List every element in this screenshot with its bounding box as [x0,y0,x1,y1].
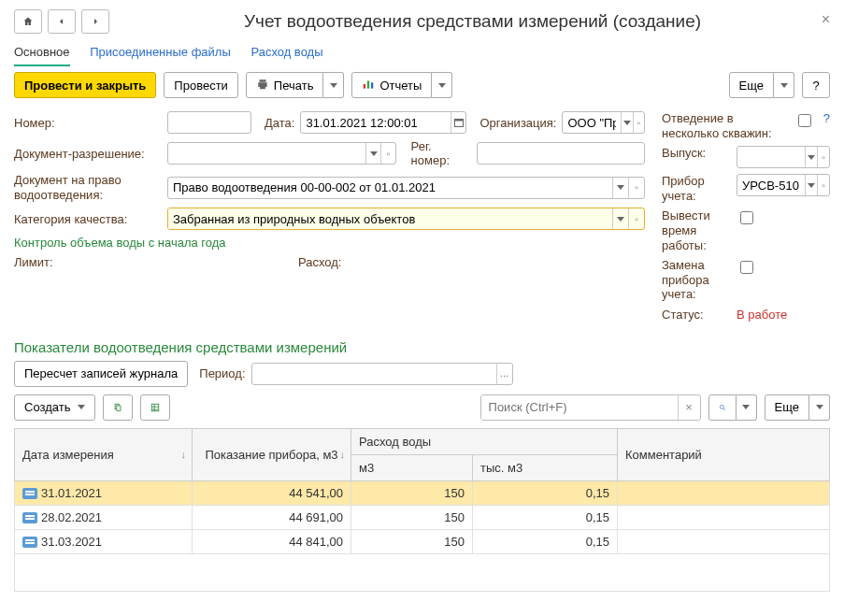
period-input[interactable] [252,364,496,384]
quality-open-button[interactable]: ▫ [628,208,644,229]
right-doc-dropdown-button[interactable] [612,178,628,198]
chevron-down-icon [808,155,815,160]
search-combo: × [480,394,701,421]
print-dropdown-button[interactable] [323,72,344,98]
reg-input[interactable] [477,142,645,165]
number-label: Номер: [14,116,162,130]
outlet-open-button[interactable]: ▫ [817,147,829,167]
right-doc-open-button[interactable]: ▫ [628,178,644,198]
outlet-dropdown-button[interactable] [805,147,817,167]
search-input[interactable] [481,395,678,420]
table-row[interactable]: 31.01.2021 44 541,00 150 0,15 [15,480,830,505]
cell-reading: 44 691,00 [193,505,351,529]
chevron-down-icon [330,83,337,88]
permit-open-button[interactable]: ▫ [380,143,395,164]
recount-button[interactable]: Пересчет записей журнала [14,361,188,387]
more-button[interactable]: Еще [729,72,774,98]
nav-forward-button[interactable] [81,9,109,34]
col-comment[interactable]: Комментарий [618,428,830,480]
multi-wells-help[interactable]: ? [823,111,830,125]
reports-button-group: Отчеты [351,72,452,98]
copy-button[interactable] [103,394,133,421]
col-date[interactable]: Дата измерения↓ [15,428,193,480]
outlet-label: Выпуск: [662,146,733,161]
print-button[interactable]: Печать [246,72,324,98]
grid-icon-button[interactable] [140,394,170,421]
cell-comment [618,505,830,529]
tab-water-consumption[interactable]: Расход воды [250,45,322,59]
device-input[interactable] [737,175,805,195]
org-input[interactable] [563,112,621,133]
copy-icon [113,401,122,414]
print-label: Печать [274,79,314,93]
org-open-button[interactable]: ▫ [633,112,644,133]
cell-m3: 150 [351,529,473,553]
cell-date: 31.03.2021 [41,535,102,549]
consumption-label: Расход: [298,255,341,269]
chevron-down-icon [617,185,624,190]
outlet-input[interactable] [737,147,805,167]
help-button[interactable]: ? [802,72,830,98]
row-icon [22,537,37,548]
tab-main[interactable]: Основное [14,45,70,66]
nav-back-button[interactable] [48,9,76,34]
period-picker-button[interactable]: … [496,364,512,384]
section-title: Показатели водоотведения средствами изме… [14,339,830,355]
table-row[interactable]: 31.03.2021 44 841,00 150 0,15 [15,529,830,553]
chart-icon [362,78,375,93]
home-icon [22,16,34,27]
date-input[interactable] [301,112,451,133]
svg-rect-6 [117,405,121,409]
svg-line-12 [723,408,725,410]
permit-combo: ▫ [167,142,396,165]
status-label: Статус: [662,308,733,322]
device-open-button[interactable]: ▫ [817,175,829,195]
search-clear-button[interactable]: × [678,395,700,420]
cell-m3: 150 [351,505,473,529]
right-doc-input[interactable] [168,178,612,198]
multi-wells-label: Отведение в несколько скважин: [662,111,791,140]
col-flow[interactable]: Расход воды [351,428,618,454]
col-m3[interactable]: м3 [351,454,473,480]
cell-m3: 150 [351,480,473,505]
col-thous[interactable]: тыс. м3 [473,454,618,480]
home-button[interactable] [14,9,42,34]
replace-label: Замена прибора учета: [662,258,733,302]
search-button[interactable] [708,394,737,421]
device-label: Прибор учета: [662,174,733,203]
device-dropdown-button[interactable] [805,175,817,195]
quality-label: Категория качества: [14,212,162,226]
tab-attached-files[interactable]: Присоединенные файлы [90,45,231,59]
date-label: Дата: [265,116,294,130]
org-dropdown-button[interactable] [621,112,632,133]
worktime-checkbox[interactable] [740,211,753,224]
arrow-left-icon [56,16,67,27]
outlet-combo: ▫ [737,146,830,168]
permit-dropdown-button[interactable] [365,143,380,164]
chevron-down-icon [78,405,85,409]
replace-checkbox[interactable] [740,261,753,274]
table-row-empty [15,553,830,591]
multi-wells-checkbox[interactable] [798,114,811,127]
post-and-close-button[interactable]: Провести и закрыть [14,72,156,98]
quality-input[interactable] [168,208,612,229]
cell-comment [618,480,830,505]
chevron-down-icon [780,83,788,88]
table-more-button[interactable]: Еще [765,394,809,421]
date-picker-button[interactable] [451,112,465,133]
close-button[interactable]: × [822,11,830,28]
permit-input[interactable] [168,143,365,164]
table-row[interactable]: 28.02.2021 44 691,00 150 0,15 [15,505,830,529]
quality-dropdown-button[interactable] [612,208,628,229]
search-dropdown-button[interactable] [737,394,757,421]
table-more-dropdown-button[interactable] [809,394,830,421]
cell-comment [618,529,830,553]
create-button[interactable]: Создать [14,394,95,421]
col-reading[interactable]: Показание прибора, м3↓ [193,428,351,480]
reports-button[interactable]: Отчеты [351,72,432,98]
more-dropdown-button[interactable] [774,72,794,98]
reports-dropdown-button[interactable] [432,72,452,98]
number-input[interactable] [167,111,251,134]
post-button[interactable]: Провести [164,72,238,98]
sort-arrow-icon: ↓ [181,449,187,460]
